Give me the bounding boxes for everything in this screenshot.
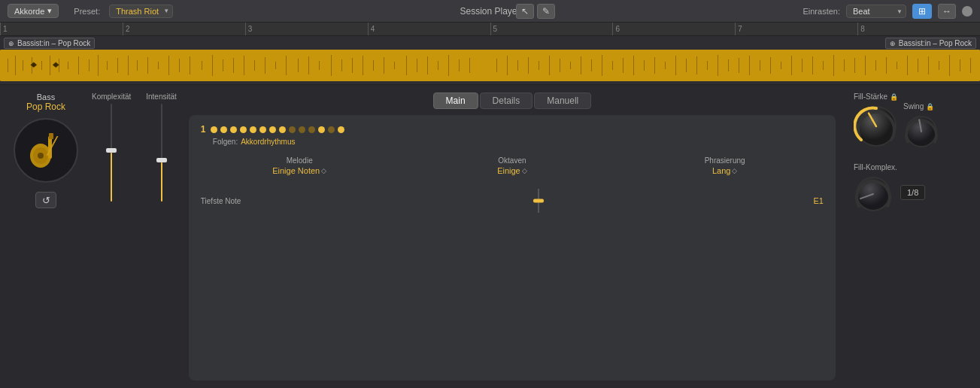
ruler-mark-6: 6 bbox=[612, 23, 735, 35]
timeline-ruler: 1 2 3 4 5 6 7 8 bbox=[0, 23, 980, 36]
tiefste-slider-track bbox=[538, 189, 539, 213]
dot-7 bbox=[269, 126, 276, 133]
ruler-mark-2: 2 bbox=[123, 23, 245, 35]
svg-rect-12 bbox=[107, 61, 108, 70]
oktaven-select[interactable]: Einige ◇ bbox=[497, 166, 527, 175]
intensity-slider-fill bbox=[161, 162, 162, 202]
svg-rect-3 bbox=[23, 60, 23, 71]
svg-rect-29 bbox=[286, 56, 287, 75]
dot-5 bbox=[250, 126, 256, 133]
svg-rect-69 bbox=[728, 59, 729, 71]
swing-icon: 🔒 bbox=[926, 103, 934, 111]
svg-rect-36 bbox=[363, 56, 363, 75]
svg-rect-76 bbox=[802, 59, 803, 72]
svg-rect-68 bbox=[718, 55, 718, 76]
dot-8 bbox=[279, 126, 286, 133]
svg-rect-13 bbox=[117, 58, 118, 73]
svg-rect-48 bbox=[507, 56, 508, 75]
tiefste-note-label: Tiefste Note bbox=[201, 197, 276, 205]
tiefste-slider-area[interactable] bbox=[276, 189, 801, 213]
oktaven-arrow: ◇ bbox=[522, 167, 527, 174]
svg-rect-5 bbox=[41, 61, 42, 70]
tab-details[interactable]: Details bbox=[480, 92, 533, 109]
intensity-slider-thumb[interactable] bbox=[156, 158, 167, 162]
tab-main[interactable]: Main bbox=[433, 92, 478, 109]
instrument-name: Bass bbox=[37, 92, 55, 102]
tab-manuell[interactable]: Manuell bbox=[534, 92, 591, 109]
svg-rect-30 bbox=[298, 59, 299, 72]
svg-rect-66 bbox=[696, 56, 697, 74]
preset-wrapper: Thrash Riot bbox=[105, 5, 173, 18]
svg-rect-89 bbox=[939, 61, 939, 70]
complexity-slider-track[interactable] bbox=[111, 104, 112, 202]
complexity-slider-thumb[interactable] bbox=[106, 148, 117, 153]
fill-komplex-knob[interactable] bbox=[854, 174, 893, 214]
ruler-mark-8: 8 bbox=[857, 23, 980, 35]
svg-rect-61 bbox=[644, 60, 645, 71]
svg-rect-31 bbox=[308, 56, 309, 74]
folgen-label: Folgen: bbox=[213, 138, 238, 146]
akkorde-button[interactable]: Akkorde ▾ bbox=[8, 4, 59, 18]
svg-rect-65 bbox=[686, 59, 687, 72]
svg-rect-10 bbox=[89, 59, 90, 71]
tool-buttons: ↖ ✎ bbox=[516, 4, 555, 19]
svg-rect-90 bbox=[949, 55, 950, 76]
intensity-slider-container: Intensität bbox=[146, 92, 177, 202]
svg-rect-77 bbox=[812, 56, 813, 74]
svg-rect-56 bbox=[591, 59, 592, 71]
pointer-tool-button[interactable]: ↖ bbox=[516, 4, 534, 19]
preset-select[interactable]: Thrash Riot bbox=[109, 5, 173, 18]
snap-icon: ⊞ bbox=[918, 6, 926, 17]
phrasierung-arrow: ◇ bbox=[732, 167, 737, 174]
svg-rect-98 bbox=[49, 133, 53, 139]
swing-knob[interactable] bbox=[903, 114, 939, 150]
svg-rect-85 bbox=[897, 62, 897, 69]
swing-label: Swing bbox=[903, 102, 924, 111]
beat-select[interactable]: Beat bbox=[846, 5, 906, 18]
svg-rect-57 bbox=[602, 55, 602, 76]
refresh-button[interactable]: ↺ bbox=[35, 192, 56, 208]
akkorde-arrow: ▾ bbox=[47, 6, 52, 16]
pattern-dots[interactable] bbox=[211, 126, 344, 133]
ruler-mark-4: 4 bbox=[368, 23, 490, 35]
complexity-slider-fill bbox=[111, 153, 112, 202]
link-button[interactable]: ↔ bbox=[938, 4, 956, 19]
refresh-icon: ↺ bbox=[42, 195, 50, 206]
svg-rect-26 bbox=[254, 60, 255, 71]
phrasierung-select[interactable]: Lang ◇ bbox=[712, 166, 737, 175]
svg-point-101 bbox=[38, 153, 44, 159]
fill-starke-knob[interactable] bbox=[854, 104, 899, 149]
svg-rect-24 bbox=[233, 58, 234, 73]
svg-rect-23 bbox=[223, 59, 223, 71]
record-button[interactable] bbox=[962, 6, 972, 17]
dot-9 bbox=[289, 126, 296, 133]
link-icon: ↔ bbox=[942, 6, 951, 17]
snap-button[interactable]: ⊞ bbox=[912, 4, 932, 19]
melodie-select[interactable]: Einige Noten ◇ bbox=[272, 166, 326, 175]
oktaven-label: Oktaven bbox=[498, 156, 526, 165]
svg-rect-11 bbox=[98, 55, 99, 76]
svg-rect-59 bbox=[623, 58, 623, 73]
dot-12 bbox=[318, 126, 325, 133]
track-clip[interactable]: // inline generation not valid in SVG, u… bbox=[0, 50, 980, 81]
instrument-circle[interactable] bbox=[14, 118, 78, 183]
tiefste-slider-thumb[interactable] bbox=[533, 199, 544, 203]
ruler-mark-1: 1 bbox=[0, 23, 123, 35]
svg-rect-39 bbox=[394, 62, 395, 69]
svg-rect-58 bbox=[612, 61, 613, 70]
fill-value-box[interactable]: 1/8 bbox=[900, 185, 925, 200]
svg-rect-51 bbox=[539, 61, 539, 70]
right-fill-panel: Fill-Stärke 🔒 bbox=[848, 92, 968, 380]
intensity-slider-track[interactable] bbox=[161, 104, 162, 202]
melodie-label: Melodie bbox=[287, 156, 313, 165]
pencil-tool-button[interactable]: ✎ bbox=[537, 4, 555, 19]
top-bar: Akkorde ▾ Preset: Thrash Riot Session Pl… bbox=[0, 0, 980, 23]
fill-starke-header: Fill-Stärke 🔒 bbox=[854, 92, 968, 101]
ruler-mark-5: 5 bbox=[490, 23, 613, 35]
folgen-row: Folgen: Akkordrhythmus bbox=[213, 138, 824, 146]
svg-rect-63 bbox=[665, 62, 666, 69]
svg-rect-78 bbox=[823, 61, 824, 70]
svg-rect-41 bbox=[417, 59, 417, 72]
params-grid: Melodie Einige Noten ◇ Oktaven Einige ◇ … bbox=[201, 156, 824, 175]
fill-komplex-section: Fill-Komplex. 1/8 bbox=[854, 163, 968, 214]
